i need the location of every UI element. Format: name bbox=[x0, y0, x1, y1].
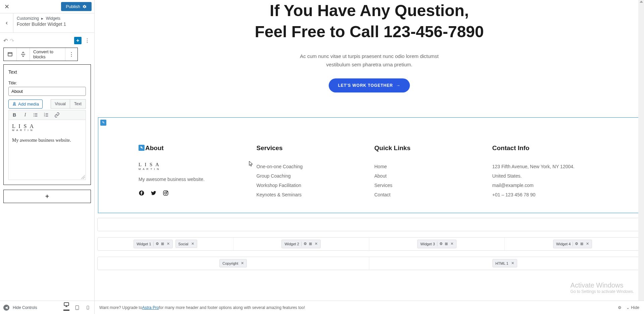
vertical-scrollbar[interactable] bbox=[638, 0, 644, 301]
widget-chip-social[interactable]: Social ✕ bbox=[175, 240, 197, 248]
builder-col-bottom-1[interactable]: Copyright ✕ bbox=[98, 257, 369, 270]
hide-label: Hide bbox=[631, 305, 639, 310]
close-icon[interactable]: ✕ bbox=[191, 242, 194, 246]
append-block-button[interactable]: + bbox=[3, 190, 91, 203]
mobile-icon[interactable] bbox=[85, 305, 91, 311]
italic-button[interactable]: I bbox=[22, 112, 28, 118]
widget-chip-html1[interactable]: HTML 1 ✕ bbox=[492, 259, 517, 267]
close-icon[interactable]: ✕ bbox=[315, 242, 318, 246]
expand-icon[interactable]: ⊞ bbox=[161, 242, 164, 246]
list-item[interactable]: mail@example.com bbox=[492, 181, 600, 190]
cta-button[interactable]: LET'S WORK TOGETHER → bbox=[329, 78, 410, 92]
cta-label: LET'S WORK TOGETHER bbox=[338, 83, 393, 88]
footer-col4-title: Contact Info bbox=[492, 144, 600, 152]
gear-icon[interactable]: ⚙ bbox=[156, 242, 159, 246]
link-button[interactable] bbox=[54, 112, 60, 118]
builder-row-top[interactable] bbox=[97, 218, 641, 231]
close-icon[interactable]: ✕ bbox=[241, 261, 244, 265]
breadcrumb-section[interactable]: Widgets bbox=[46, 16, 60, 21]
convert-to-blocks-button[interactable]: Convert to blocks bbox=[30, 48, 65, 61]
move-block-button[interactable] bbox=[17, 48, 30, 61]
format-toolbar: B I 123 bbox=[8, 110, 86, 120]
hide-controls-label[interactable]: Hide Controls bbox=[13, 305, 37, 310]
editor-tab-visual[interactable]: Visual bbox=[51, 99, 70, 109]
collapse-icon[interactable]: ◀ bbox=[3, 305, 9, 311]
more-options-button[interactable]: ⋮ bbox=[84, 37, 91, 44]
list-item[interactable]: Home bbox=[374, 162, 482, 171]
footer-col-contact: Contact Info 123 Fifth Avenue, New York,… bbox=[492, 144, 600, 199]
list-item[interactable]: Contact bbox=[374, 190, 482, 199]
add-media-button[interactable]: Add media bbox=[8, 100, 43, 109]
expand-icon[interactable]: ⊞ bbox=[309, 242, 312, 246]
gear-icon[interactable]: ⚙ bbox=[304, 242, 307, 246]
widget-chip-widget1[interactable]: Widget 1 ⚙ ⊞ ✕ bbox=[133, 240, 172, 248]
hero-line1: If You Have Any Question, bbox=[270, 2, 469, 19]
list-item[interactable]: About bbox=[374, 171, 482, 181]
publish-button[interactable]: Publish bbox=[61, 2, 92, 11]
widget-chip-widget4[interactable]: Widget 4 ⚙ ⊞ ✕ bbox=[553, 240, 592, 248]
visual-editor-body[interactable]: L I S A M A R T I N My awesome business … bbox=[8, 120, 86, 180]
edit-section-icon[interactable]: ✎ bbox=[100, 120, 106, 126]
list-item[interactable]: Workshop Facilitation bbox=[257, 181, 365, 190]
widget-title-input[interactable] bbox=[8, 87, 86, 96]
widget-chip-copyright[interactable]: Copyright ✕ bbox=[219, 259, 247, 267]
add-block-button[interactable]: + bbox=[74, 37, 82, 44]
close-icon[interactable]: ✕ bbox=[586, 242, 589, 246]
text-widget-card: Text Title: Add media Visual Text B I bbox=[3, 64, 91, 185]
svg-rect-12 bbox=[46, 113, 48, 114]
builder-col-bottom-2[interactable]: HTML 1 ✕ bbox=[369, 257, 641, 270]
breadcrumb-bar: Customizing ▸ Widgets Footer Builder Wid… bbox=[0, 13, 94, 33]
desktop-icon[interactable] bbox=[63, 305, 69, 311]
footer-contact-list: 123 Fifth Avenue, New York, NY 12004. Un… bbox=[492, 162, 600, 199]
chip-label: HTML 1 bbox=[495, 261, 508, 265]
chip-label: Widget 1 bbox=[137, 242, 151, 246]
numbered-list-button[interactable]: 123 bbox=[44, 112, 50, 118]
bold-button[interactable]: B bbox=[11, 112, 17, 118]
resize-handle[interactable] bbox=[81, 175, 85, 179]
builder-row-middle: Widget 1 ⚙ ⊞ ✕ Social ✕ Widget 2 bbox=[97, 237, 641, 251]
close-icon[interactable]: ✕ bbox=[511, 261, 514, 265]
row-settings-button[interactable]: ⚙ bbox=[95, 263, 95, 270]
preview-pane: If You Have Any Question, Feel Free to C… bbox=[95, 0, 644, 301]
hide-builder-button[interactable]: ⌄ Hide bbox=[626, 305, 639, 310]
expand-icon[interactable]: ⊞ bbox=[580, 242, 583, 246]
block-more-button[interactable]: ⋮ bbox=[65, 48, 77, 61]
instagram-icon[interactable] bbox=[163, 190, 169, 196]
builder-col-2[interactable]: Widget 2 ⚙ ⊞ ✕ bbox=[233, 238, 369, 250]
row-settings-button[interactable]: ⚙ bbox=[95, 224, 95, 231]
gear-icon[interactable]: ⚙ bbox=[575, 242, 578, 246]
list-item[interactable]: Services bbox=[374, 181, 482, 190]
astra-pro-link[interactable]: Astra Pro bbox=[142, 305, 159, 310]
block-toolbar: Convert to blocks ⋮ bbox=[3, 48, 78, 61]
builder-col-4[interactable]: Widget 4 ⚙ ⊞ ✕ bbox=[505, 238, 640, 250]
edit-widget-icon[interactable]: ✎ bbox=[139, 145, 145, 151]
builder-col-1[interactable]: Widget 1 ⚙ ⊞ ✕ Social ✕ bbox=[98, 238, 233, 250]
builder-col-3[interactable]: Widget 3 ⚙ ⊞ ✕ bbox=[369, 238, 505, 250]
chevron-down-icon: ⌄ bbox=[626, 305, 630, 310]
widget-chip-widget2[interactable]: Widget 2 ⚙ ⊞ ✕ bbox=[281, 240, 320, 248]
row-settings-button[interactable]: ⚙ bbox=[95, 244, 95, 250]
gear-icon[interactable]: ⚙ bbox=[618, 305, 622, 310]
undo-button[interactable]: ↶ bbox=[3, 38, 8, 44]
list-item[interactable]: +01 – 123 456 78 90 bbox=[492, 190, 600, 199]
editor-tab-text[interactable]: Text bbox=[70, 99, 86, 109]
facebook-icon[interactable] bbox=[139, 190, 145, 196]
footer-preview-section[interactable]: ✎ ✎ About L I S A M A R T I N My awesome… bbox=[98, 117, 641, 213]
publish-label: Publish bbox=[66, 4, 80, 9]
breadcrumb-title: Footer Builder Widget 1 bbox=[17, 21, 91, 27]
close-icon[interactable]: ✕ bbox=[450, 242, 453, 246]
tablet-icon[interactable] bbox=[74, 305, 80, 311]
expand-icon[interactable]: ⊞ bbox=[445, 242, 448, 246]
close-icon[interactable]: ✕ bbox=[167, 242, 170, 246]
twitter-icon[interactable] bbox=[151, 190, 157, 196]
editor-logo-sub: M A R T I N bbox=[12, 129, 82, 132]
list-item[interactable]: Keynotes & Seminars bbox=[257, 190, 365, 199]
close-customizer-button[interactable]: ✕ bbox=[3, 3, 11, 11]
list-item[interactable]: Group Coaching bbox=[257, 171, 365, 181]
widget-chip-widget3[interactable]: Widget 3 ⚙ ⊞ ✕ bbox=[417, 240, 456, 248]
gear-icon[interactable]: ⚙ bbox=[439, 242, 443, 246]
back-button[interactable] bbox=[0, 13, 13, 33]
list-item[interactable]: One-on-one Coaching bbox=[257, 162, 365, 171]
bullet-list-button[interactable] bbox=[33, 112, 39, 118]
block-type-button[interactable] bbox=[4, 48, 17, 61]
